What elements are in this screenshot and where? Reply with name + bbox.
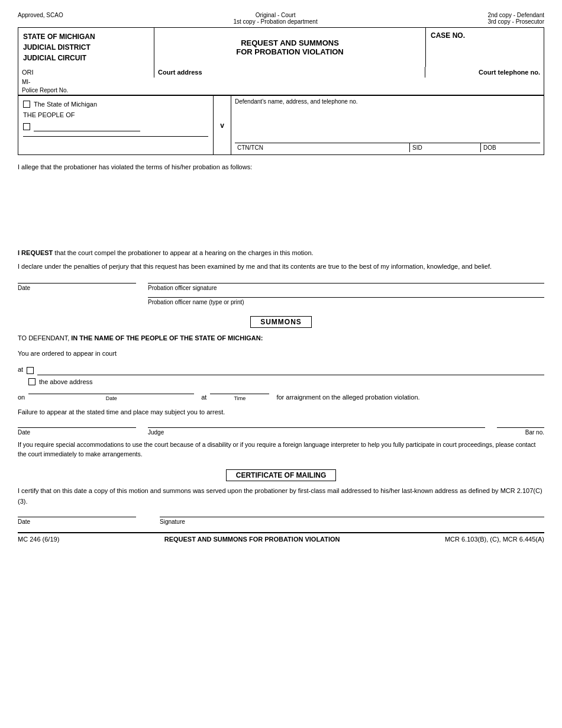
cert-box: CERTIFICATE OF MAILING — [226, 469, 336, 481]
judge-date-line — [18, 427, 136, 428]
allege-text: I allege that the probationer has violat… — [18, 163, 252, 170]
probation-name-label: Probation officer name (type or print) — [148, 299, 544, 305]
at-row: at — [18, 364, 544, 375]
cert-sig-label: Signature — [160, 518, 544, 525]
cert-date-line — [18, 517, 136, 517]
checkbox-location[interactable] — [27, 367, 34, 374]
at-time-label: at — [201, 392, 206, 403]
summons-box: SUMMONS — [250, 316, 312, 328]
sid-label: SID — [410, 143, 481, 152]
checkbox-other[interactable] — [23, 123, 30, 130]
top-meta: Approved, SCAO Original - Court 1st copy… — [18, 12, 544, 25]
judge-date-group: Date — [18, 427, 136, 436]
checkbox-row-2 — [23, 122, 208, 131]
probation-name-row: Probation officer name (type or print) — [148, 297, 544, 305]
violation-area[interactable] — [18, 177, 544, 242]
above-address-label: the above address — [39, 376, 93, 388]
time-sublabel: Time — [210, 394, 269, 403]
on-date-group: Date — [28, 394, 194, 403]
the-people-of-label: THE PEOPLE OF — [23, 111, 75, 118]
defendant-line: TO DEFENDANT, IN THE NAME OF THE PEOPLE … — [18, 333, 544, 344]
first-copy: 1st copy - Probation department — [233, 18, 317, 25]
defendant-label: Defendant's name, address, and telephone… — [235, 98, 540, 105]
court-address-label: Court address — [154, 67, 425, 78]
declare-paragraph: I declare under the penalties of perjury… — [18, 262, 544, 272]
judge-sig-label: Judge — [148, 429, 485, 436]
cert-date-label: Date — [18, 518, 136, 525]
judge-sig-group: Judge — [148, 427, 485, 436]
people-section: The State of Michigan THE PEOPLE OF v De… — [18, 95, 544, 155]
probation-sig-line — [148, 283, 544, 284]
ori-row: ORI Court address Court telephone no. — [18, 67, 544, 78]
probation-sig-label: Probation officer signature — [148, 285, 544, 291]
court-telephone-label: Court telephone no. — [425, 67, 544, 78]
probation-sig-right: Probation officer signature Probation of… — [148, 283, 544, 305]
police-report-row: Police Report No. — [18, 86, 544, 95]
form-title-line1: REQUEST AND SUMMONS — [159, 38, 421, 47]
summons-title: SUMMONS — [18, 316, 544, 328]
allege-section: I allege that the probationer has violat… — [18, 162, 544, 172]
form-title-line2: FOR PROBATION VIOLATION — [159, 47, 421, 56]
date-line — [18, 283, 136, 284]
third-copy: 3rd copy - Prosecutor — [487, 18, 544, 25]
at-label: at — [18, 364, 23, 375]
checkbox-row-1: The State of Michigan — [23, 101, 208, 108]
form-revision: (6/19) — [43, 536, 60, 543]
footer-left: MC 246 (6/19) — [18, 536, 59, 543]
header-left: STATE OF MICHIGAN JUDICIAL DISTRICT JUDI… — [18, 28, 154, 67]
cert-sig-line — [160, 517, 544, 517]
case-no-label: CASE NO. — [431, 31, 539, 40]
v-separator: v — [214, 96, 231, 154]
copy-info-right: 2nd copy - Defendant 3rd copy - Prosecut… — [487, 12, 544, 25]
dob-label: DOB — [481, 143, 540, 152]
header-line2: JUDICIAL DISTRICT — [23, 42, 149, 53]
police-report-label: Police Report No. — [22, 87, 68, 94]
footer-center-title: REQUEST AND SUMMONS FOR PROBATION VIOLAT… — [59, 536, 445, 543]
date-sig-left: Date — [18, 283, 136, 305]
judge-sig-line — [148, 427, 485, 428]
date-sublabel: Date — [28, 394, 194, 403]
defendant-info-area[interactable] — [235, 107, 540, 131]
judge-barno-line — [497, 427, 544, 428]
accommodations-text: If you require special accommodations to… — [18, 440, 544, 459]
above-address-row: the above address — [28, 376, 544, 388]
header-line1: STATE OF MICHIGAN — [23, 31, 149, 42]
judge-barno-label: Bar no. — [497, 429, 544, 436]
location-field[interactable] — [37, 375, 544, 375]
people-left-underline — [23, 136, 208, 137]
form-id: MC 246 — [18, 536, 41, 543]
judge-row: Date Judge Bar no. — [18, 427, 544, 436]
other-party-field[interactable] — [34, 122, 140, 131]
header-line3: JUDICIAL CIRCUIT — [23, 53, 149, 63]
cert-text: I certify that on this date a copy of th… — [18, 486, 544, 507]
header-center: REQUEST AND SUMMONS FOR PROBATION VIOLAT… — [154, 28, 425, 67]
at-time-group: Time — [210, 394, 269, 403]
signature-row: Date Probation officer signature Probati… — [18, 283, 544, 305]
approved-label: Approved, SCAO — [18, 12, 63, 25]
second-copy: 2nd copy - Defendant — [487, 12, 544, 18]
judge-date-label: Date — [18, 429, 136, 436]
request-paragraph: I REQUEST that the court compel the prob… — [18, 248, 544, 259]
people-right: Defendant's name, address, and telephone… — [231, 96, 544, 154]
request-section: I REQUEST that the court compel the prob… — [18, 248, 544, 272]
checkbox-above-address[interactable] — [28, 378, 35, 385]
bottom-sig-row: Date Signature — [18, 517, 544, 525]
footer-citation: MCR 6.103(B), (C), MCR 6.445(A) — [445, 536, 544, 543]
checkbox-state-michigan[interactable] — [23, 101, 30, 108]
header-right: CASE NO. — [425, 28, 544, 67]
to-defendant-start: TO DEFENDANT, — [18, 334, 71, 342]
arraignment-text: for arraignment on the alleged probation… — [276, 392, 544, 403]
ctn-label: CTN/TCN — [235, 143, 410, 152]
original-copy: Original - Court — [233, 12, 317, 18]
ori-mi-value: MI- — [22, 79, 30, 85]
request-bold: I REQUEST — [18, 249, 53, 256]
judge-barno-group: Bar no. — [497, 427, 544, 436]
ori-label: ORI — [18, 67, 154, 78]
summons-content: TO DEFENDANT, IN THE NAME OF THE PEOPLE … — [18, 333, 544, 418]
checkbox-state-michigan-label: The State of Michigan — [34, 101, 97, 108]
copy-info-center: Original - Court 1st copy - Probation de… — [233, 12, 317, 25]
cert-title: CERTIFICATE OF MAILING — [18, 469, 544, 481]
date-label: Date — [18, 285, 136, 291]
appear-line: You are ordered to appear in court — [18, 348, 544, 359]
cert-date-group: Date — [18, 517, 136, 525]
